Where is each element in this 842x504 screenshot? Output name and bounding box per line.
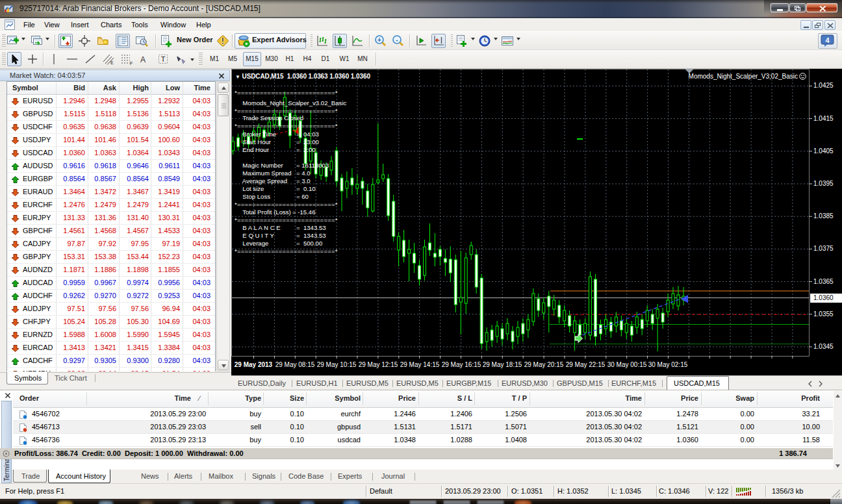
svg-text:4: 4 <box>825 36 830 44</box>
svg-text:+: + <box>377 36 381 44</box>
svg-text:-: - <box>396 36 398 44</box>
svg-text:T: T <box>161 55 166 63</box>
svg-text:E: E <box>110 60 114 65</box>
svg-text:F: F <box>130 61 133 66</box>
svg-text:Terminal: Terminal <box>3 457 10 481</box>
